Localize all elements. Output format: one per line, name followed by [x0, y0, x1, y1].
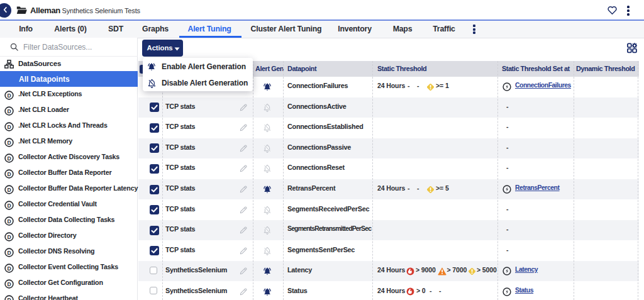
svg-text:D: D — [7, 296, 11, 300]
svg-text:D: D — [7, 186, 11, 192]
svg-text:D: D — [7, 170, 11, 177]
svg-text:D: D — [7, 155, 11, 161]
svg-text:D: D — [7, 108, 11, 114]
svg-text:D: D — [7, 233, 11, 240]
svg-text:D: D — [7, 123, 11, 130]
svg-text:D: D — [7, 265, 11, 271]
svg-text:D: D — [7, 281, 11, 287]
svg-text:D: D — [7, 218, 11, 224]
svg-text:D: D — [7, 92, 11, 98]
svg-text:D: D — [7, 249, 11, 255]
svg-text:D: D — [7, 202, 11, 208]
svg-text:D: D — [7, 139, 11, 145]
